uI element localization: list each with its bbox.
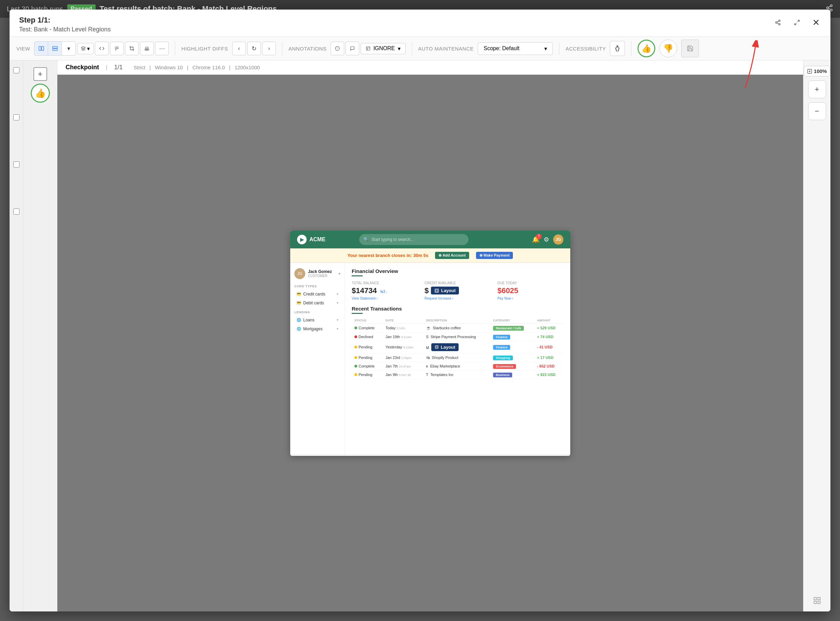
table-row: PendingYesterday 9:12amM LayoutFinance- …: [352, 341, 564, 353]
add-account-btn[interactable]: ⊕ Add Account: [435, 252, 469, 259]
scope-dropdown[interactable]: Scope: Default ▾: [478, 42, 553, 55]
user-info-text: Jack Gomez CUSTOMER: [308, 269, 332, 278]
make-payment-btn[interactable]: ⊕ Make Payment: [476, 252, 513, 259]
highlight-refresh-btn[interactable]: ↻: [247, 42, 261, 55]
view-section: VIEW ▾ ▾: [17, 41, 175, 56]
modal-close-button[interactable]: ✕: [808, 15, 823, 30]
view-grid-btn[interactable]: [48, 42, 62, 55]
accessibility-btn[interactable]: [610, 41, 625, 56]
feedback-section: 👍 👎: [631, 39, 699, 57]
svg-rect-12: [39, 46, 41, 50]
debit-card-icon: 💳: [296, 301, 301, 305]
view-text-btn[interactable]: [110, 42, 124, 55]
view-split-btn[interactable]: [35, 42, 48, 55]
thumbs-up-button[interactable]: 👍: [638, 39, 655, 57]
user-dropdown-icon[interactable]: ▾: [339, 271, 340, 276]
col-date: DATE: [383, 317, 423, 324]
notification-icon[interactable]: 🔔 7: [532, 236, 539, 243]
view-dropdown-btn[interactable]: ▾: [62, 42, 76, 55]
left-panel: + 👍: [23, 61, 57, 612]
preview-area: ▶ ACME 🔍 Start typing to search... 🔔 7: [57, 75, 803, 612]
settings-icon[interactable]: ⚙: [544, 236, 549, 243]
thumbs-down-button[interactable]: 👎: [659, 39, 677, 57]
modal-share-button[interactable]: [770, 15, 785, 30]
highlight-section: HIGHLIGHT DIFFS ‹ ↻ ›: [175, 42, 282, 55]
view-statement-link[interactable]: View Statement ›: [352, 297, 418, 300]
tx-description: TTemplates Inc: [424, 370, 491, 379]
highlight-prev-btn[interactable]: ‹: [232, 42, 246, 55]
loans-label: Loans: [303, 318, 314, 323]
app-search-bar[interactable]: 🔍 Start typing to search...: [359, 234, 468, 245]
request-increase-link[interactable]: Request Increase ›: [424, 297, 490, 300]
svg-point-0: [831, 5, 832, 7]
zoom-out-button[interactable]: −: [808, 102, 826, 120]
tx-category: Business: [490, 370, 535, 379]
checkpoint-title: Checkpoint: [65, 64, 99, 71]
credit-cards-label: Credit cards: [303, 292, 325, 297]
modal-expand-button[interactable]: [790, 15, 805, 30]
left-panel-plus-button[interactable]: +: [33, 67, 47, 81]
view-crop-btn[interactable]: [125, 42, 139, 55]
table-row: CompleteJan 7th 10:47ameEbay Marketplace…: [352, 362, 564, 370]
highlight-label: HIGHLIGHT DIFFS: [181, 46, 228, 51]
sidebar-item-mortgages[interactable]: 🌐 Mortgages ▾: [294, 325, 340, 333]
app-avatar[interactable]: JG: [553, 235, 564, 245]
grid-view-btn[interactable]: [813, 597, 821, 606]
modal-step: Step 1/1:: [19, 16, 821, 24]
ignore-dropdown[interactable]: IGNORE ▾: [361, 43, 405, 54]
view-code-btn[interactable]: [95, 42, 109, 55]
svg-rect-13: [42, 46, 44, 50]
notification-badge: 7: [536, 234, 542, 239]
user-name: Jack Gomez: [308, 269, 332, 274]
svg-rect-15: [53, 49, 57, 50]
tx-status: Pending: [352, 341, 383, 353]
view-layers-dropdown[interactable]: ▾: [77, 43, 94, 54]
auto-maintenance-label: AUTO MAINTENANCE: [418, 46, 474, 51]
sidebar-item-credit-cards[interactable]: 💳 Credit cards ▾: [294, 290, 340, 298]
view-btn-group: ▾: [34, 41, 76, 56]
fin-overview-underline: [352, 276, 363, 276]
due-today-label: Due Today: [498, 281, 564, 285]
highlight-next-btn[interactable]: ›: [262, 42, 276, 55]
app-nav: ▶ ACME 🔍 Start typing to search... 🔔 7: [290, 231, 570, 248]
annotations-section: ANNOTATIONS IGNORE ▾: [283, 42, 412, 55]
tx-date: Yesterday 9:12am: [383, 341, 423, 353]
modal-test-name: Test: Bank - Match Level Regions: [19, 26, 821, 33]
modal-header-actions: ✕: [770, 15, 823, 30]
sidebar-item-loans[interactable]: 🌐 Loans ▾: [294, 316, 340, 324]
total-balance-value: $14734 %7↓: [352, 286, 418, 295]
left-checkboxes: [9, 61, 23, 612]
annotation-comment-btn[interactable]: [346, 42, 359, 55]
credit-card-icon: 💳: [296, 292, 301, 297]
svg-rect-24: [435, 289, 439, 292]
tx-description: eEbay Marketplace: [424, 362, 491, 370]
pay-now-link[interactable]: Pay Now ›: [498, 297, 564, 300]
tx-date: Jan 19th 3:11am: [383, 332, 423, 341]
svg-rect-14: [53, 46, 57, 48]
row-checkbox-1[interactable]: [13, 67, 20, 73]
table-row: PendingJan 23rd 3:46pm🛍Shopify ProductSh…: [352, 353, 564, 362]
app-sidebar: JG Jack Gomez CUSTOMER ▾ CARD TYPES 💳: [290, 263, 345, 454]
auto-maintenance-section: AUTO MAINTENANCE Scope: Default ▾: [412, 42, 560, 55]
credit-available-card: Credit Available $ Layout: [424, 281, 490, 300]
left-panel-thumb-button[interactable]: 👍: [31, 83, 50, 103]
save-button[interactable]: [681, 39, 699, 57]
view-stamp-btn[interactable]: [140, 42, 153, 55]
row-checkbox-2[interactable]: [13, 114, 20, 120]
view-more-btn[interactable]: ⋯: [155, 42, 169, 55]
checkpoint-meta: Strict | Windows 10 | Chrome 116.0 | 120…: [134, 65, 260, 70]
row-checkbox-3[interactable]: [13, 161, 20, 168]
zoom-in-button[interactable]: +: [808, 80, 826, 98]
table-row: DeclinedJan 19th 3:11amSStripe Payment P…: [352, 332, 564, 341]
svg-line-11: [794, 23, 796, 25]
table-row: CompleteToday 5:14m☕Starbucks coffeeRest…: [352, 323, 564, 332]
checkpoint-fraction: 1/1: [114, 64, 123, 71]
sidebar-item-debit-cards[interactable]: 💳 Debit cards ▾: [294, 299, 340, 307]
total-balance-label: Total Balance: [352, 281, 418, 285]
tx-amount: + 74 USD: [535, 332, 564, 341]
annotation-info-btn[interactable]: [331, 42, 344, 55]
layout-badge-1: Layout: [431, 286, 459, 294]
scope-value: Scope: Default: [483, 45, 519, 51]
row-checkbox-4[interactable]: [13, 209, 20, 215]
app-logo: ▶ ACME: [297, 235, 325, 244]
